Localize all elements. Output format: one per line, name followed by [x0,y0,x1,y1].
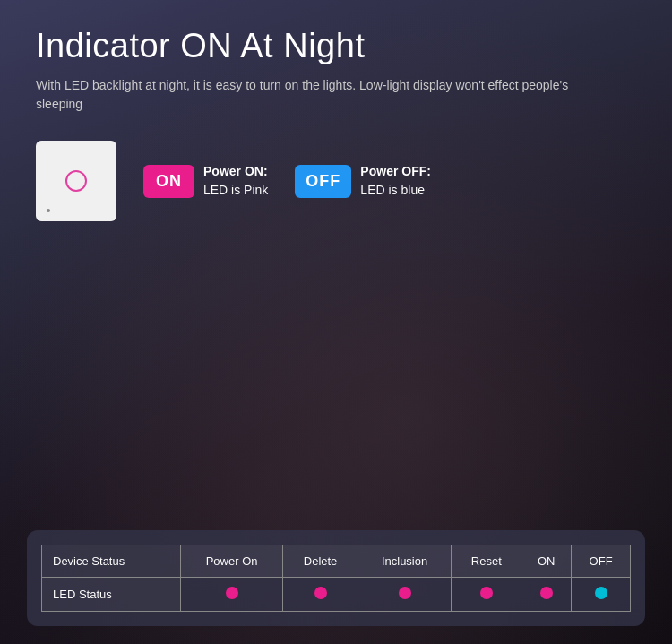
col-header-reset: Reset [452,545,521,578]
page-title: Indicator ON At Night [36,27,636,65]
col-header-power-on: Power On [180,545,282,578]
dot-reset [480,587,493,599]
col-header-delete: Delete [283,545,358,578]
col-header-on: ON [521,545,572,578]
led-status-table-container: Device Status Power On Delete Inclusion … [27,530,645,626]
dot-inclusion [399,587,411,599]
cell-on-dot [521,578,572,612]
cell-led-status-label: LED Status [42,578,181,612]
off-status-text: Power OFF: LED is blue [360,162,431,200]
cell-inclusion-dot [358,578,452,612]
power-off-led: LED is blue [360,183,425,197]
power-off-label: Power OFF: [360,162,431,181]
col-header-off: OFF [572,545,631,578]
cell-delete-dot [283,578,358,612]
col-header-device-status: Device Status [42,545,181,578]
switch-device-image [36,141,116,221]
demo-section: ON Power ON: LED is Pink OFF Power OFF: … [36,141,636,221]
dot-off [595,587,607,599]
on-status-item: ON Power ON: LED is Pink [143,162,268,200]
dot-on [540,587,553,599]
power-on-label: Power ON: [203,162,268,181]
main-content: Indicator ON At Night With LED backlight… [0,0,672,266]
cell-power-on-dot [180,578,282,612]
on-status-text: Power ON: LED is Pink [203,162,268,200]
switch-dot-icon [47,209,50,212]
switch-circle-icon [65,170,87,192]
on-badge: ON [143,165,194,198]
cell-reset-dot [452,578,521,612]
table-row: LED Status [42,578,631,612]
cell-off-dot [572,578,631,612]
led-status-table: Device Status Power On Delete Inclusion … [41,545,631,612]
status-indicators: ON Power ON: LED is Pink OFF Power OFF: … [143,162,431,200]
col-header-inclusion: Inclusion [358,545,452,578]
off-badge: OFF [295,165,351,198]
off-status-item: OFF Power OFF: LED is blue [295,162,431,200]
dot-delete [314,587,327,599]
table-header-row: Device Status Power On Delete Inclusion … [42,545,631,578]
page-subtitle: With LED backlight at night, it is easy … [36,76,591,114]
dot-power-on [226,587,238,599]
power-on-led: LED is Pink [203,183,268,197]
